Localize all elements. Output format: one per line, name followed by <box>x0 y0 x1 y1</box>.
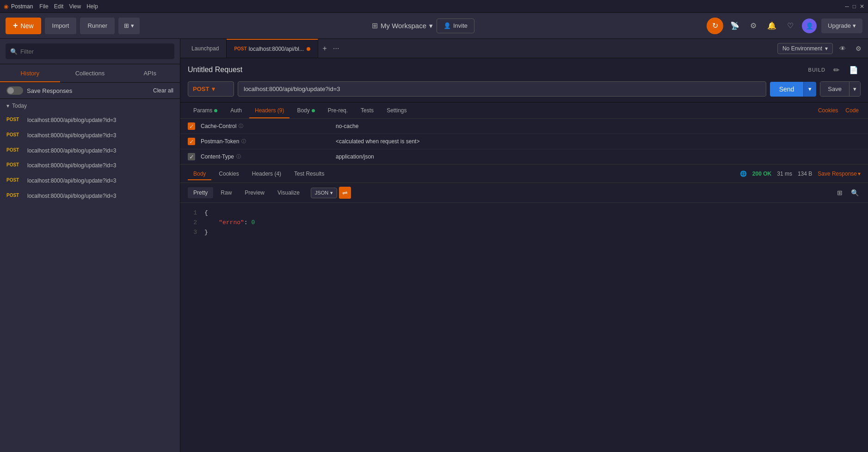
sync-button[interactable]: ↻ <box>707 18 723 34</box>
code-link[interactable]: Code <box>843 103 861 118</box>
req-tab-settings[interactable]: Settings <box>381 103 412 118</box>
save-responses-toggle[interactable] <box>6 86 23 95</box>
settings-label: Settings <box>387 107 406 114</box>
clear-all-button[interactable]: Clear all <box>153 87 173 94</box>
save-response-button[interactable]: Save Response ▾ <box>818 171 861 177</box>
list-item[interactable]: POST localhost:8000/api/blog/update?id=3 <box>0 158 180 173</box>
satellite-button[interactable]: 📡 <box>728 19 742 33</box>
postman-token-checkbox[interactable]: ✓ <box>188 138 195 145</box>
header-row: ✓ Postman-Token ⓘ <calculated when reque… <box>180 134 868 149</box>
resp-tab-test-results[interactable]: Test Results <box>289 168 330 180</box>
tab-history[interactable]: History <box>0 64 60 82</box>
req-tab-params[interactable]: Params <box>188 103 223 118</box>
eye-button[interactable]: 👁 <box>837 43 849 55</box>
list-item[interactable]: POST localhost:8000/api/blog/update?id=3 <box>0 113 180 128</box>
tab-bar: Launchpad POST localhost:8000/api/bl... … <box>180 39 868 58</box>
cache-control-checkbox[interactable]: ✓ <box>188 122 195 130</box>
json-selector[interactable]: JSON ▾ <box>311 188 337 198</box>
req-tab-auth[interactable]: Auth <box>225 103 247 118</box>
satellite-icon: 📡 <box>730 21 739 30</box>
params-dot <box>214 109 217 112</box>
edit-button[interactable]: ✏ <box>829 63 843 77</box>
code-area: 1 { 2 "errno": 0 3 } <box>180 203 868 452</box>
req-tab-body[interactable]: Body <box>291 103 320 118</box>
more-tabs-button[interactable]: ··· <box>331 44 341 53</box>
cookies-link[interactable]: Cookies <box>816 103 840 118</box>
list-item[interactable]: POST localhost:8000/api/blog/update?id=3 <box>0 189 180 204</box>
env-selector: No Environment ▾ 👁 ⚙ <box>777 43 864 55</box>
fmt-preview[interactable]: Preview <box>239 187 270 198</box>
menu-help[interactable]: Help <box>86 3 98 10</box>
runner-button[interactable]: Runner <box>80 18 115 34</box>
search-response-button[interactable]: 🔍 <box>849 187 861 199</box>
env-settings-button[interactable]: ⚙ <box>852 43 864 55</box>
notifications-button[interactable]: 🔔 <box>765 19 779 33</box>
tab-collections[interactable]: Collections <box>60 64 120 82</box>
document-button[interactable]: 📄 <box>847 63 861 77</box>
content-type-name: Content-Type ⓘ <box>201 153 330 160</box>
toolbar: + New Import Runner ⊞ ▾ ⊞ My Workspace ▾… <box>0 13 868 39</box>
tab-launchpad[interactable]: Launchpad <box>184 39 227 58</box>
main-layout: 🔍 History Collections APIs Save Response… <box>0 39 868 452</box>
resp-tab-cookies[interactable]: Cookies <box>213 168 244 180</box>
build-button[interactable]: BUILD <box>808 67 825 73</box>
add-tab-button[interactable]: + <box>318 42 331 55</box>
menu-bar: File Edit View Help <box>39 3 98 10</box>
section-header: ▾ Today <box>0 99 180 113</box>
grid-icon: ⊞ <box>372 21 378 30</box>
layout-button[interactable]: ⊞ ▾ <box>118 18 140 34</box>
window-controls[interactable]: ─ □ ✕ <box>845 3 864 10</box>
menu-file[interactable]: File <box>39 3 48 10</box>
fmt-raw[interactable]: Raw <box>215 187 237 198</box>
url-input[interactable] <box>238 81 766 97</box>
fmt-visualize[interactable]: Visualize <box>272 187 305 198</box>
resp-tab-headers[interactable]: Headers (4) <box>246 168 287 180</box>
section-title: Today <box>12 103 27 109</box>
env-dropdown[interactable]: No Environment ▾ <box>777 43 833 54</box>
save-dropdown[interactable]: ▾ <box>849 82 860 96</box>
send-button[interactable]: Send <box>770 82 804 97</box>
tab-post-request[interactable]: POST localhost:8000/api/bl... <box>227 39 318 58</box>
save-button[interactable]: Save <box>820 82 849 96</box>
list-item[interactable]: POST localhost:8000/api/blog/update?id=3 <box>0 173 180 189</box>
tab-apis[interactable]: APIs <box>120 64 180 82</box>
cache-control-name: Cache-Control ⓘ <box>201 123 330 129</box>
info-icon: ⓘ <box>236 153 241 160</box>
settings-button[interactable]: ⚙ <box>746 19 760 33</box>
auth-label: Auth <box>230 107 242 114</box>
code-line: 3 } <box>188 228 861 238</box>
maximize-button[interactable]: □ <box>853 3 856 10</box>
upgrade-button[interactable]: Upgrade ▾ <box>821 18 862 33</box>
content-type-checkbox[interactable]: ✓ <box>188 153 195 160</box>
env-label: No Environment <box>782 45 822 52</box>
list-item[interactable]: POST localhost:8000/api/blog/update?id=3 <box>0 128 180 143</box>
fmt-pretty[interactable]: Pretty <box>188 187 213 198</box>
menu-edit[interactable]: Edit <box>54 3 64 10</box>
request-tabs: Params Auth Headers (9) Body Pre-req. Te… <box>180 103 868 119</box>
minimize-button[interactable]: ─ <box>845 3 849 10</box>
workspace-selector[interactable]: ⊞ My Workspace ▾ <box>372 21 433 30</box>
menu-view[interactable]: View <box>69 3 81 10</box>
copy-button[interactable]: ⊞ <box>834 187 846 199</box>
invite-button[interactable]: 👤 Invite <box>437 18 474 33</box>
send-dropdown[interactable]: ▾ <box>803 82 816 97</box>
req-tab-prereq[interactable]: Pre-req. <box>322 103 353 118</box>
list-item[interactable]: POST localhost:8000/api/blog/update?id=3 <box>0 143 180 159</box>
close-button[interactable]: ✕ <box>860 3 864 10</box>
app-icon: ◉ <box>4 3 8 10</box>
json-label: JSON <box>315 190 328 195</box>
import-button[interactable]: Import <box>45 18 77 34</box>
info-icon: ⓘ <box>241 138 246 145</box>
search-input[interactable] <box>20 48 170 55</box>
req-tab-tests[interactable]: Tests <box>355 103 379 118</box>
method-badge: POST <box>6 192 23 198</box>
method-select[interactable]: POST ▾ <box>188 81 234 97</box>
resp-tab-body[interactable]: Body <box>188 168 211 180</box>
new-button[interactable]: + New <box>6 18 41 34</box>
content-type-value: application/json <box>336 153 861 160</box>
tests-label: Tests <box>361 107 374 114</box>
avatar[interactable]: 👤 <box>802 18 817 33</box>
req-tab-headers[interactable]: Headers (9) <box>249 103 289 118</box>
heart-button[interactable]: ♡ <box>783 19 797 33</box>
wrap-button[interactable]: ⇌ <box>339 187 351 199</box>
